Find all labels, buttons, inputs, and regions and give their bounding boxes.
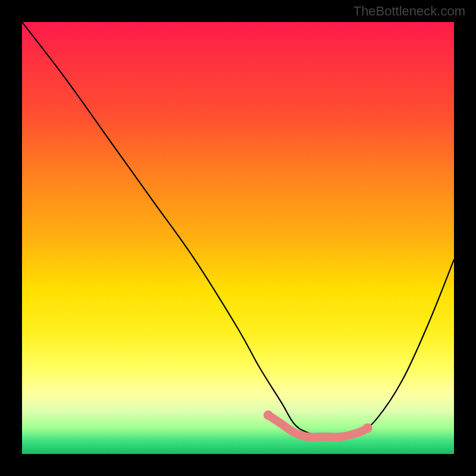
curve-layer bbox=[22, 22, 454, 454]
bottleneck-curve bbox=[22, 22, 454, 437]
highlight-dot-right bbox=[363, 423, 372, 433]
watermark-text: TheBottleneck.com bbox=[353, 4, 465, 19]
plot-area bbox=[22, 22, 454, 454]
optimal-range-highlight bbox=[268, 415, 368, 437]
highlight-dot-left bbox=[264, 411, 273, 420]
chart-container: TheBottleneck.com bbox=[0, 0, 476, 476]
